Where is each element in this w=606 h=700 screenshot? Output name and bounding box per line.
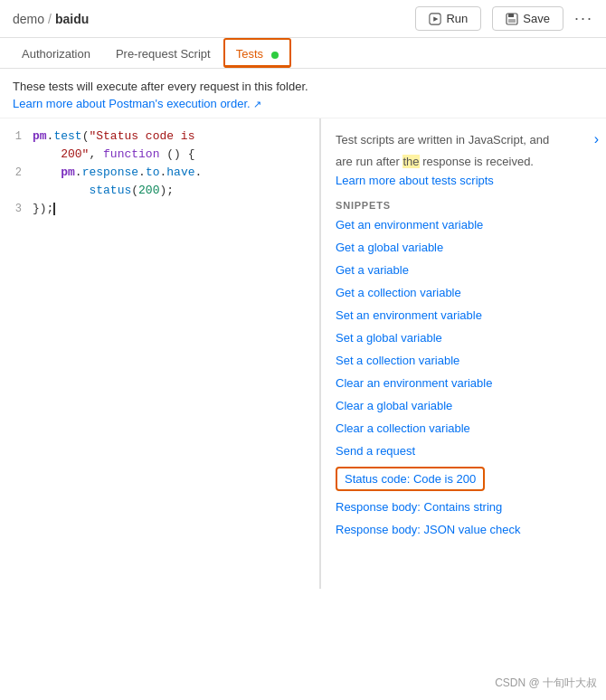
- header: demo / baidu Run Save ···: [0, 0, 606, 38]
- snippet-clear-collection[interactable]: Clear a collection variable: [336, 421, 592, 435]
- editor-divider: [319, 118, 320, 589]
- svg-marker-1: [434, 16, 439, 21]
- snippets-list: Get an environment variable Get a global…: [336, 218, 592, 536]
- code-line-2: 2 pm.response.to.have.: [0, 164, 320, 182]
- breadcrumb: demo / baidu: [13, 12, 89, 26]
- save-icon: [506, 13, 518, 25]
- line-code-1b: 200", function () {: [33, 146, 194, 164]
- line-num-2: 2: [0, 164, 33, 182]
- snippet-clear-env[interactable]: Clear an environment variable: [336, 376, 592, 390]
- learn-more-text: Learn more about Postman's execution ord…: [13, 97, 251, 110]
- code-line-1: 1 pm.test("Status code is: [0, 128, 320, 146]
- tab-underline: [225, 66, 289, 68]
- learn-tests-link[interactable]: Learn more about tests scripts: [336, 174, 592, 187]
- snippets-label: SNIPPETS: [336, 200, 592, 211]
- code-line-2b: status(200);: [0, 182, 320, 200]
- svg-rect-4: [508, 19, 516, 23]
- text-cursor: [53, 203, 55, 215]
- snippet-set-collection[interactable]: Set a collection variable: [336, 354, 592, 367]
- run-label: Run: [446, 12, 468, 25]
- breadcrumb-demo[interactable]: demo: [13, 12, 44, 26]
- line-code-1: pm.test("Status code is: [33, 128, 194, 146]
- save-button[interactable]: Save: [492, 6, 563, 31]
- run-icon: [429, 13, 441, 25]
- external-link-icon: ↗: [253, 99, 261, 109]
- learn-more-link[interactable]: Learn more about Postman's execution ord…: [13, 97, 261, 110]
- content-area: 1 pm.test("Status code is 200", function…: [0, 118, 606, 589]
- code-lines: 1 pm.test("Status code is 200", function…: [0, 118, 320, 227]
- snippet-set-env[interactable]: Set an environment variable: [336, 308, 592, 322]
- snippet-get-global[interactable]: Get a global variable: [336, 241, 592, 254]
- code-line-3: 3 });: [0, 200, 320, 218]
- svg-rect-3: [508, 14, 514, 17]
- line-num-1: 1: [0, 128, 33, 146]
- info-description: These tests will execute after every req…: [13, 80, 593, 93]
- right-panel: › Test scripts are written in JavaScript…: [321, 118, 606, 589]
- line-num-3: 3: [0, 200, 33, 218]
- header-actions: Run Save ···: [415, 6, 593, 31]
- snippet-body-contains[interactable]: Response body: Contains string: [336, 500, 592, 514]
- expand-icon[interactable]: ›: [594, 131, 599, 147]
- snippet-get-collection[interactable]: Get a collection variable: [336, 286, 592, 299]
- snippet-body-json[interactable]: Response body: JSON value check: [336, 523, 592, 536]
- highlight-text: the: [402, 155, 419, 168]
- line-code-2b: status(200);: [33, 182, 174, 200]
- tab-authorization[interactable]: Authorization: [9, 38, 103, 68]
- tab-prerequest[interactable]: Pre-request Script: [103, 38, 223, 68]
- watermark: CSDN @ 十旬叶大叔: [495, 676, 597, 691]
- snippet-get-env[interactable]: Get an environment variable: [336, 218, 592, 232]
- line-code-3: });: [33, 200, 55, 218]
- code-editor[interactable]: 1 pm.test("Status code is 200", function…: [0, 118, 321, 589]
- breadcrumb-separator: /: [48, 12, 52, 26]
- snippet-clear-global[interactable]: Clear a global variable: [336, 399, 592, 412]
- panel-desc-line1: Test scripts are written in JavaScript, …: [336, 131, 592, 149]
- snippet-send-request[interactable]: Send a request: [336, 444, 592, 458]
- tests-active-dot: [271, 52, 279, 59]
- snippet-get-var[interactable]: Get a variable: [336, 263, 592, 277]
- tabs-bar: Authorization Pre-request Script Tests: [0, 38, 606, 69]
- more-button[interactable]: ···: [574, 9, 593, 28]
- run-button[interactable]: Run: [415, 6, 481, 31]
- code-line-1b: 200", function () {: [0, 146, 320, 164]
- breadcrumb-baidu[interactable]: baidu: [55, 12, 89, 26]
- snippet-status-code[interactable]: Status code: Code is 200: [336, 467, 485, 491]
- panel-desc-line2: are run after the response is received.: [336, 153, 592, 171]
- line-code-2: pm.response.to.have.: [33, 164, 202, 182]
- tab-tests[interactable]: Tests: [223, 38, 291, 68]
- save-label: Save: [523, 12, 550, 25]
- info-section: These tests will execute after every req…: [0, 69, 606, 118]
- snippet-set-global[interactable]: Set a global variable: [336, 331, 592, 345]
